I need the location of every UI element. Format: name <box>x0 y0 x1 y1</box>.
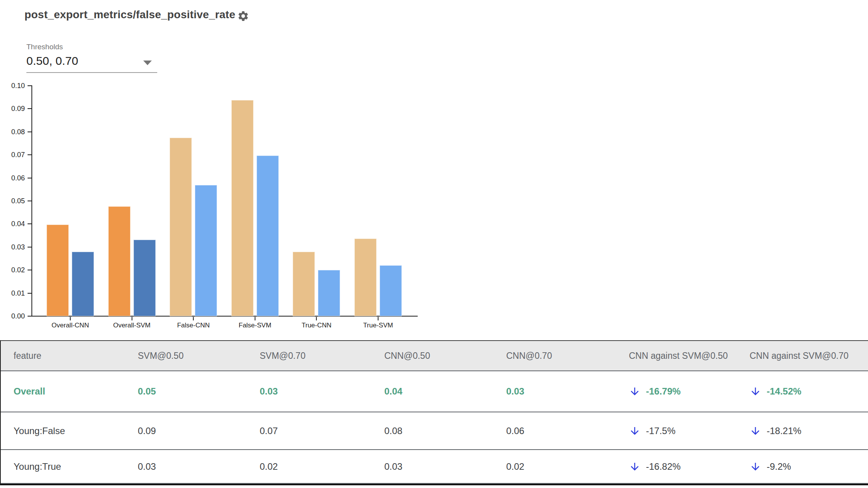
value-cell: 0.04 <box>372 371 493 412</box>
delta-value: -9.2% <box>767 461 791 472</box>
arrow-down-icon <box>750 461 761 472</box>
column-header: CNN@0.70 <box>493 341 616 370</box>
y-tick-label: 0.08 <box>0 128 25 136</box>
delta-cell: -16.82% <box>616 450 737 483</box>
bar[interactable] <box>293 252 315 316</box>
column-header: CNN against SVM@0.70 <box>737 341 868 370</box>
y-tick <box>28 178 31 178</box>
y-tick <box>28 316 31 317</box>
x-tick-label: True-CNN <box>285 322 347 329</box>
y-tick-label: 0.02 <box>0 266 25 274</box>
delta-value: -14.52% <box>767 386 801 397</box>
value-cell: 0.02 <box>247 450 372 483</box>
bar[interactable] <box>108 206 130 316</box>
value-cell: 0.03 <box>372 450 493 483</box>
feature-cell: Young:False <box>1 412 125 449</box>
delta-value: -18.21% <box>767 426 801 436</box>
bar[interactable] <box>231 100 253 316</box>
x-tick-label: Overall-CNN <box>39 322 101 329</box>
y-tick-label: 0.09 <box>0 104 25 113</box>
value-cell: 0.03 <box>247 371 372 412</box>
y-tick-label: 0.07 <box>0 151 25 159</box>
x-tick <box>193 317 194 320</box>
bar-chart: 0.100.090.080.070.060.050.040.030.020.01… <box>0 0 435 339</box>
y-tick-label: 0.01 <box>0 289 25 298</box>
y-tick <box>28 108 31 109</box>
y-tick <box>28 270 31 270</box>
table-row[interactable]: Overall0.050.030.040.03-16.79%-14.52% <box>1 371 868 412</box>
y-tick-label: 0.00 <box>0 312 25 320</box>
bar[interactable] <box>318 270 340 316</box>
value-cell: 0.03 <box>493 371 616 412</box>
feature-cell: Overall <box>1 371 125 412</box>
delta-cell: -17.5% <box>616 412 737 449</box>
value-cell: 0.05 <box>125 371 247 412</box>
table-row[interactable]: Young:True0.030.020.030.02-16.82%-9.2% <box>1 450 868 484</box>
arrow-down-icon <box>629 461 641 472</box>
column-header: CNN against SVM@0.50 <box>616 341 737 370</box>
column-header: CNN@0.50 <box>372 341 493 370</box>
y-tick <box>28 132 31 132</box>
y-tick-label: 0.05 <box>0 197 25 205</box>
delta-cell: -16.79% <box>616 371 737 412</box>
bar[interactable] <box>170 138 192 316</box>
y-tick-label: 0.04 <box>0 220 25 228</box>
bar[interactable] <box>257 156 279 316</box>
bar[interactable] <box>47 225 69 316</box>
arrow-down-icon <box>629 386 641 397</box>
value-cell: 0.02 <box>493 450 616 483</box>
bar[interactable] <box>72 252 94 316</box>
table-row[interactable]: Young:False0.090.070.080.06-17.5%-18.21% <box>1 412 868 450</box>
delta-value: -17.5% <box>646 426 675 436</box>
x-tick <box>378 317 378 320</box>
y-tick <box>28 223 31 224</box>
delta-cell: -18.21% <box>737 412 868 449</box>
y-axis-line <box>31 85 32 317</box>
y-tick-label: 0.03 <box>0 243 25 251</box>
y-tick <box>28 201 31 201</box>
x-tick <box>255 317 255 320</box>
value-cell: 0.08 <box>372 412 493 449</box>
y-tick <box>28 85 31 86</box>
bar[interactable] <box>354 239 377 316</box>
x-tick-label: False-SVM <box>224 322 286 329</box>
x-tick-label: Overall-SVM <box>101 322 163 329</box>
y-tick <box>28 293 31 294</box>
column-header: SVM@0.50 <box>125 341 247 370</box>
x-tick <box>70 317 71 320</box>
table-header-row: featureSVM@0.50SVM@0.70CNN@0.50CNN@0.70C… <box>1 341 868 371</box>
bar[interactable] <box>134 240 156 316</box>
delta-cell: -9.2% <box>737 450 868 483</box>
value-cell: 0.09 <box>125 412 247 449</box>
x-tick <box>132 317 132 320</box>
metrics-table: featureSVM@0.50SVM@0.70CNN@0.50CNN@0.70C… <box>0 340 868 485</box>
x-tick-label: False-CNN <box>162 322 224 329</box>
x-tick-label: True-SVM <box>347 322 409 329</box>
value-cell: 0.07 <box>247 412 372 449</box>
arrow-down-icon <box>750 386 761 397</box>
value-cell: 0.03 <box>125 450 247 483</box>
delta-value: -16.82% <box>646 461 681 472</box>
y-tick <box>28 154 31 155</box>
arrow-down-icon <box>629 425 641 437</box>
arrow-down-icon <box>750 425 761 437</box>
bar[interactable] <box>195 185 217 316</box>
y-tick-label: 0.10 <box>0 81 25 90</box>
column-header: feature <box>1 341 125 370</box>
feature-cell: Young:True <box>1 450 125 483</box>
fairness-metrics-panel: post_export_metrics/false_positive_rate … <box>0 0 868 488</box>
bar[interactable] <box>380 265 402 316</box>
delta-value: -16.79% <box>646 386 681 397</box>
y-tick-label: 0.06 <box>0 174 25 182</box>
value-cell: 0.06 <box>493 412 616 449</box>
delta-cell: -14.52% <box>737 371 868 412</box>
column-header: SVM@0.70 <box>247 341 372 370</box>
y-tick <box>28 247 31 247</box>
x-tick <box>316 317 317 320</box>
